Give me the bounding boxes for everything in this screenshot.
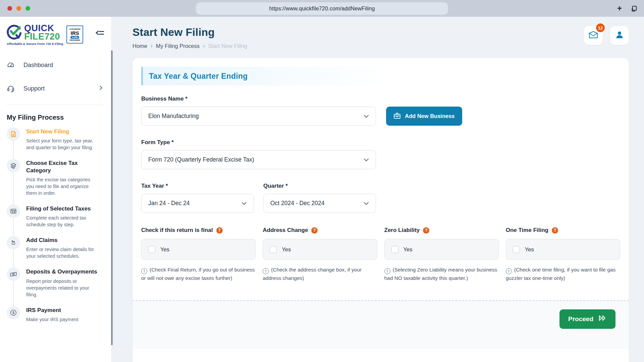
one-time-filing-group: One Time Filing ? Yes !(Check one time f… — [506, 227, 620, 282]
dashboard-gauge-icon — [7, 61, 15, 69]
logo-word-file720: FILE720 — [24, 33, 60, 41]
quarter-select[interactable]: Oct 2024 - Dec 2024 — [263, 194, 376, 213]
card-footer: Proceed — [132, 300, 629, 349]
help-icon[interactable]: ? — [552, 227, 558, 234]
chevron-down-icon — [364, 202, 369, 205]
filing-process-steps: Start New Filing Select your form type, … — [7, 127, 111, 323]
breadcrumb-my-filing-process[interactable]: My Filing Process — [156, 43, 200, 49]
proceed-label: Proceed — [568, 315, 593, 323]
tax-year-label: Tax Year * — [141, 183, 254, 189]
form-type-value: Form 720 (Quarterly Federal Excise Tax) — [148, 156, 254, 163]
process-section-title: My Filing Process — [7, 114, 111, 121]
yes-label: Yes — [282, 246, 291, 253]
business-name-label: Business Name * — [141, 96, 376, 102]
logo-checkmark-icon — [7, 24, 22, 41]
svg-text:$: $ — [12, 311, 14, 315]
sidebar-collapse-icon[interactable] — [95, 29, 105, 38]
one-time-filing-label: One Time Filing — [506, 227, 548, 234]
zero-liability-group: Zero Liability ? Yes !(Selecting Zero Li… — [384, 227, 499, 282]
step-title: Choose Excise Tax Category — [26, 160, 98, 174]
one-time-filing-checkbox[interactable] — [513, 246, 520, 253]
sidebar-item-support[interactable]: Support — [7, 81, 103, 96]
sidebar-scrollbar[interactable] — [111, 50, 113, 345]
dollar-circle-icon: $ — [7, 306, 20, 319]
new-tab-icon[interactable]: + — [617, 4, 622, 12]
help-icon[interactable]: ? — [216, 227, 223, 234]
browser-chrome: https://www.quickfile720.com/addNewFilin… — [0, 0, 644, 17]
step-description: Pick the excise tax categories you need … — [26, 176, 98, 196]
chevron-down-icon — [364, 115, 369, 118]
document-icon — [7, 127, 20, 141]
step-filing-of-selected-taxes[interactable]: Filing of Selected Taxes Complete each s… — [7, 204, 111, 228]
hint-text: (Check the address change box, if your a… — [263, 267, 362, 281]
address-change-label: Address Change — [263, 227, 308, 234]
alert-badge-icon: ! — [141, 268, 147, 274]
step-deposits-overpayments[interactable]: Deposits & Overpayments Report prior dep… — [7, 267, 111, 298]
breadcrumb: Home › My Filing Process › Start New Fil… — [132, 43, 247, 49]
sidebar-item-dashboard[interactable]: Dashboard — [7, 58, 103, 72]
filing-form-card: Tax Year & Quarter Ending Business Name … — [132, 58, 629, 362]
address-bar[interactable]: https://www.quickfile720.com/addNewFilin… — [196, 2, 448, 15]
irs-efile-provider-badge: AUTHORIZED IRS e-file PROVIDER — [66, 25, 83, 44]
chevron-right-icon — [99, 85, 103, 92]
final-return-yes-option[interactable]: Yes — [141, 239, 256, 260]
alert-badge-icon: ! — [263, 268, 269, 274]
address-change-hint: !(Check the address change box, if your … — [263, 266, 377, 282]
headset-icon — [7, 84, 15, 93]
business-name-select[interactable]: Elon Manufacturing — [141, 107, 376, 126]
step-choose-excise-tax-category[interactable]: Choose Excise Tax Category Pick the exci… — [7, 159, 111, 196]
step-description: Complete each selected tax schedule step… — [26, 215, 98, 228]
business-name-value: Elon Manufacturing — [148, 113, 199, 120]
step-title: Add Claims — [26, 237, 98, 244]
step-description: Report prior deposits or overpayments re… — [26, 278, 98, 298]
layers-icon — [7, 159, 20, 172]
help-icon[interactable]: ? — [423, 227, 429, 234]
step-start-new-filing[interactable]: Start New Filing Select your form type, … — [7, 127, 111, 151]
step-description: Select your form type, tax year, and qua… — [26, 137, 98, 151]
zero-liability-label: Zero Liability — [384, 227, 420, 234]
maximize-window-button[interactable] — [25, 6, 30, 11]
step-irs-payment[interactable]: $ IRS Payment Make your IRS payment — [7, 306, 111, 323]
breadcrumb-home[interactable]: Home — [132, 43, 147, 49]
mail-icon — [588, 31, 598, 41]
tax-year-value: Jan 24 - Dec 24 — [148, 200, 190, 207]
help-icon[interactable]: ? — [311, 227, 318, 234]
app-logo[interactable]: QUICK FILE720 Affordable & Secure Form 7… — [7, 24, 63, 46]
final-return-checkbox[interactable] — [148, 246, 155, 253]
address-change-checkbox[interactable] — [270, 246, 277, 253]
quarter-value: Oct 2024 - Dec 2024 — [270, 200, 324, 207]
step-title: Filing of Selected Taxes — [26, 205, 98, 212]
chevron-separator-icon: › — [151, 43, 153, 49]
address-change-yes-option[interactable]: Yes — [263, 239, 377, 260]
tab-overview-icon[interactable] — [631, 5, 638, 12]
one-time-filing-hint: !(Check one time filing, if you want to … — [506, 266, 620, 282]
zero-liability-checkbox[interactable] — [391, 246, 398, 253]
briefcase-icon — [393, 112, 401, 120]
zero-liability-hint: !(Selecting Zero Liability means your bu… — [384, 266, 499, 282]
notifications-button[interactable]: 12 — [584, 26, 603, 45]
alert-badge-icon: ! — [506, 268, 512, 274]
sidebar-divider — [7, 105, 103, 105]
step-add-claims[interactable]: Add Claims Enter or review claim details… — [7, 236, 111, 259]
yes-label: Yes — [525, 246, 534, 253]
zero-liability-yes-option[interactable]: Yes — [384, 239, 499, 260]
final-return-hint: !(Check Final Return, if you go out of b… — [141, 266, 256, 282]
minimize-window-button[interactable] — [16, 6, 21, 11]
chevron-down-icon — [241, 202, 247, 205]
step-description: Make your IRS payment — [26, 316, 98, 323]
hint-text: (Check one time filing, if you want to f… — [506, 267, 615, 281]
user-profile-button[interactable] — [610, 26, 629, 45]
main-content: Start New Filing Home › My Filing Proces… — [112, 17, 644, 362]
one-time-filing-yes-option[interactable]: Yes — [506, 239, 620, 260]
sidebar-item-label: Support — [23, 85, 45, 92]
logo-tagline: Affordable & Secure Form 720 E-Filing — [7, 42, 63, 46]
add-new-business-button[interactable]: Add New Business — [386, 107, 462, 126]
tax-year-select[interactable]: Jan 24 - Dec 24 — [141, 194, 254, 213]
section-heading-text: Tax Year & Quarter Ending — [149, 72, 248, 81]
close-window-button[interactable] — [7, 6, 12, 11]
proceed-button[interactable]: Proceed — [559, 309, 615, 329]
sidebar-item-label: Dashboard — [23, 62, 53, 69]
user-icon — [615, 30, 624, 41]
hint-text: (Selecting Zero Liability means your bus… — [384, 267, 497, 281]
form-type-select[interactable]: Form 720 (Quarterly Federal Excise Tax) — [141, 150, 376, 169]
